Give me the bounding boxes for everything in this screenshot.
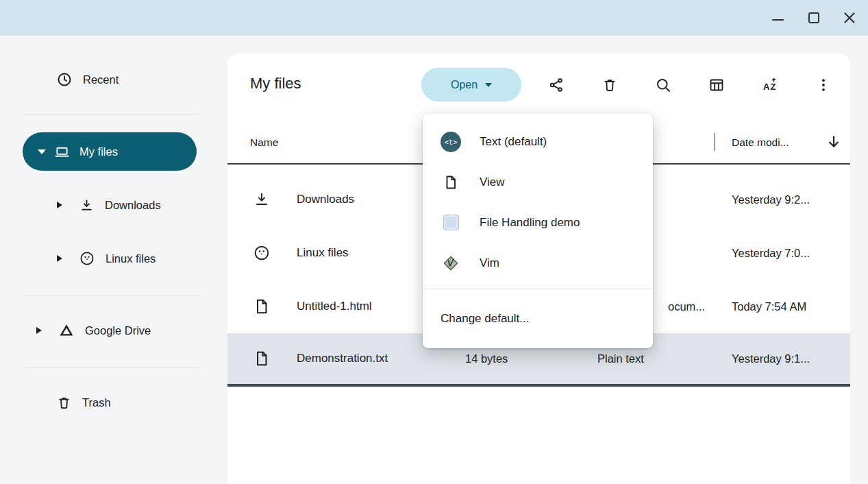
menu-item-view[interactable]: View [423,162,653,202]
chevron-right-icon[interactable] [57,255,62,262]
sidebar-item-google-drive[interactable]: Google Drive [23,314,197,347]
minimize-button[interactable] [770,10,786,26]
chevron-right-icon[interactable] [57,202,62,208]
file-type: ocum... [668,300,705,313]
column-resize-handle[interactable] [714,133,715,151]
grid-view-button[interactable] [703,71,730,99]
file-date: Yesterday 9:1... [732,352,810,365]
file-type: Plain text [597,352,644,365]
chevron-right-icon[interactable] [36,327,42,334]
sidebar-item-recent[interactable]: Recent [23,63,197,96]
svg-text:Z: Z [771,82,776,92]
maximize-button[interactable] [806,10,822,26]
file-icon [253,298,271,315]
sidebar-item-linux-files[interactable]: Linux files [23,242,197,275]
close-button[interactable] [841,10,858,26]
maximize-icon [806,10,822,26]
file-date: Yesterday 7:0... [732,247,810,260]
column-header-date-modified[interactable]: Date modi... [732,136,789,149]
sidebar-item-label: Trash [82,396,111,409]
menu-item-label: Text (default) [480,135,547,149]
download-icon [253,191,271,208]
menu-item-text-default[interactable]: <t> Text (default) [423,121,653,162]
grid-view-icon [708,77,725,93]
penguin-icon [253,244,271,262]
page-title: My files [250,75,301,93]
open-button[interactable]: Open [421,68,521,101]
titlebar [0,0,868,36]
text-app-icon: <t> [441,132,461,152]
penguin-icon [79,250,95,267]
menu-item-label: View [480,176,505,189]
sidebar-item-trash[interactable]: Trash [23,386,197,419]
trash-icon [602,77,618,93]
clock-icon [56,71,73,88]
menu-item-label: Change default... [441,312,529,326]
column-header-name[interactable]: Name [250,136,278,149]
menu-item-file-handling-demo[interactable]: File Handling demo [423,202,653,243]
arrow-down-icon [825,133,843,151]
expand-caret-icon[interactable] [38,149,46,154]
sidebar-item-label: Google Drive [85,324,151,337]
laptop-icon [54,144,70,160]
search-button[interactable] [649,71,677,99]
kebab-menu-icon [815,77,832,93]
google-drive-icon [58,322,75,339]
menu-item-label: File Handling demo [480,216,580,230]
separator [23,367,199,368]
sidebar-item-label: Downloads [105,199,161,212]
close-icon [841,10,858,26]
sidebar-item-label: Linux files [106,252,156,265]
file-name: Linux files [297,246,349,260]
file-name: Untitled-1.html [297,300,372,313]
minimize-icon [770,10,786,26]
menu-item-label: Vim [480,256,499,270]
menu-item-vim[interactable]: Vim [423,243,653,283]
document-icon [441,174,461,191]
file-icon [253,350,271,367]
svg-text:A: A [763,82,770,92]
file-date: Today 7:54 AM [732,300,806,313]
search-icon [655,77,671,93]
sort-button[interactable]: A Z [756,71,784,99]
sort-direction-button[interactable] [825,133,843,154]
file-handling-app-icon [441,215,461,230]
separator [23,295,199,296]
sidebar-item-downloads[interactable]: Downloads [23,189,197,221]
file-date: Yesterday 9:2... [732,193,810,206]
more-options-button[interactable] [810,71,837,99]
vim-app-icon [441,255,461,271]
file-name: Downloads [297,193,354,206]
share-icon [548,77,565,93]
trash-icon [56,395,72,411]
download-icon [79,197,95,213]
delete-button[interactable] [596,71,623,99]
file-name: Demonstration.txt [297,352,388,365]
sidebar-item-my-files[interactable]: My files [23,132,197,171]
file-size: 14 bytes [465,352,508,365]
sidebar-item-label: Recent [83,73,119,86]
sidebar-item-label: My files [79,145,118,158]
separator [23,114,199,114]
share-button[interactable] [543,71,570,99]
menu-item-change-default[interactable]: Change default... [423,289,653,348]
open-with-menu: <t> Text (default) View File Handling de… [423,114,653,348]
chevron-down-icon [485,83,492,87]
sort-az-icon: A Z [762,77,778,93]
files-app-window: Recent My files Downloads Linux files [0,0,868,484]
